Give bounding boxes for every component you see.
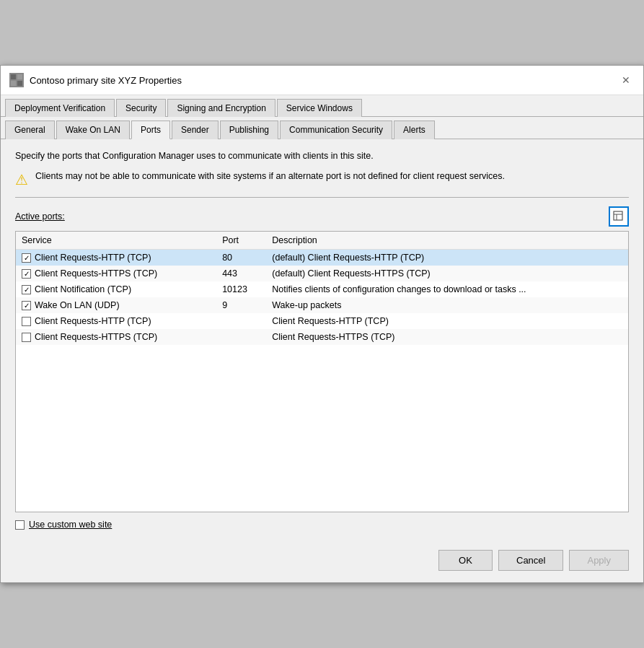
tab-service-windows[interactable]: Service Windows	[277, 99, 362, 117]
service-cell: Client Requests-HTTP (TCP)	[16, 313, 216, 329]
description-cell: Client Requests-HTTPS (TCP)	[266, 329, 628, 345]
tab-signing-encryption[interactable]: Signing and Encryption	[167, 99, 275, 117]
divider	[15, 197, 629, 198]
ok-button[interactable]: OK	[438, 550, 493, 571]
tabs-row2: General Wake On LAN Ports Sender Publish…	[1, 117, 643, 139]
tab-general[interactable]: General	[5, 121, 55, 139]
description-cell: (default) Client Requests-HTTPS (TCP)	[266, 266, 628, 281]
table-row[interactable]: Client Requests-HTTPS (TCP)Client Reques…	[16, 329, 628, 345]
close-button[interactable]: ✕	[617, 71, 635, 89]
edit-button[interactable]	[609, 206, 629, 227]
warning-box: ⚠ Clients may not be able to communicate…	[15, 170, 629, 188]
row-checkbox[interactable]	[22, 285, 31, 294]
warning-text: Clients may not be able to communicate w…	[35, 170, 505, 183]
service-cell: Client Requests-HTTPS (TCP)	[16, 266, 216, 281]
svg-rect-0	[11, 74, 16, 79]
service-cell: Client Requests-HTTPS (TCP)	[16, 329, 216, 345]
warning-icon: ⚠	[15, 171, 28, 188]
description-cell: Client Requests-HTTP (TCP)	[266, 313, 628, 329]
row-checkbox[interactable]	[22, 269, 31, 279]
table-row[interactable]: Client Requests-HTTP (TCP)80(default) Cl…	[16, 250, 628, 266]
service-cell: Client Notification (TCP)	[16, 281, 216, 297]
tab-ports[interactable]: Ports	[131, 121, 170, 139]
port-cell: 10123	[216, 281, 266, 297]
description-cell: (default) Client Requests-HTTP (TCP)	[266, 250, 628, 266]
row-checkbox[interactable]	[22, 317, 31, 326]
apply-button[interactable]: Apply	[569, 550, 629, 571]
table-row[interactable]: Client Requests-HTTP (TCP)Client Request…	[16, 313, 628, 329]
ports-table: Service Port Description Client Requests…	[16, 232, 628, 345]
description-cell: Wake-up packets	[266, 297, 628, 313]
tab-security[interactable]: Security	[116, 99, 166, 117]
svg-rect-1	[17, 74, 22, 79]
row-checkbox[interactable]	[22, 253, 31, 263]
tabs-row1: Deployment Verification Security Signing…	[1, 95, 643, 117]
row-checkbox[interactable]	[22, 301, 31, 310]
tab-sender[interactable]: Sender	[172, 121, 219, 139]
svg-rect-4	[614, 211, 622, 220]
svg-rect-3	[17, 81, 22, 86]
svg-rect-2	[11, 81, 16, 86]
port-cell: 80	[216, 250, 266, 266]
custom-website-checkbox[interactable]	[15, 520, 25, 530]
info-text: Specify the ports that Configuration Man…	[15, 151, 629, 161]
tab-publishing[interactable]: Publishing	[220, 121, 278, 139]
main-window: Contoso primary site XYZ Properties ✕ De…	[0, 65, 644, 583]
title-bar: Contoso primary site XYZ Properties ✕	[1, 66, 643, 95]
tab-communication-security[interactable]: Communication Security	[280, 121, 392, 139]
tab-wake-on-lan[interactable]: Wake On LAN	[56, 121, 130, 139]
col-description: Description	[266, 232, 628, 250]
table-header-row: Service Port Description	[16, 232, 628, 250]
service-cell: Client Requests-HTTP (TCP)	[16, 250, 216, 266]
col-service: Service	[16, 232, 216, 250]
col-port: Port	[216, 232, 266, 250]
table-row[interactable]: Wake On LAN (UDP)9Wake-up packets	[16, 297, 628, 313]
app-icon	[9, 73, 24, 87]
footer-buttons: OK Cancel Apply	[1, 541, 643, 582]
port-cell	[216, 313, 266, 329]
tab-alerts[interactable]: Alerts	[394, 121, 435, 139]
content-area: Specify the ports that Configuration Man…	[1, 139, 643, 541]
edit-icon	[613, 211, 625, 222]
port-cell: 9	[216, 297, 266, 313]
custom-website-area: Use custom web site	[15, 520, 629, 530]
tab-deployment-verification[interactable]: Deployment Verification	[5, 99, 115, 117]
port-cell	[216, 329, 266, 345]
title-bar-left: Contoso primary site XYZ Properties	[9, 73, 182, 87]
custom-website-label: Use custom web site	[29, 520, 112, 530]
description-cell: Notifies clients of configuration change…	[266, 281, 628, 297]
cancel-button[interactable]: Cancel	[498, 550, 563, 571]
active-ports-header: Active ports:	[15, 206, 629, 227]
ports-table-container: Service Port Description Client Requests…	[15, 231, 629, 512]
port-cell: 443	[216, 266, 266, 281]
row-checkbox[interactable]	[22, 333, 31, 342]
table-row[interactable]: Client Notification (TCP)10123Notifies c…	[16, 281, 628, 297]
table-row[interactable]: Client Requests-HTTPS (TCP)443(default) …	[16, 266, 628, 281]
service-cell: Wake On LAN (UDP)	[16, 297, 216, 313]
active-ports-label: Active ports:	[15, 211, 65, 222]
window-title: Contoso primary site XYZ Properties	[30, 75, 182, 86]
